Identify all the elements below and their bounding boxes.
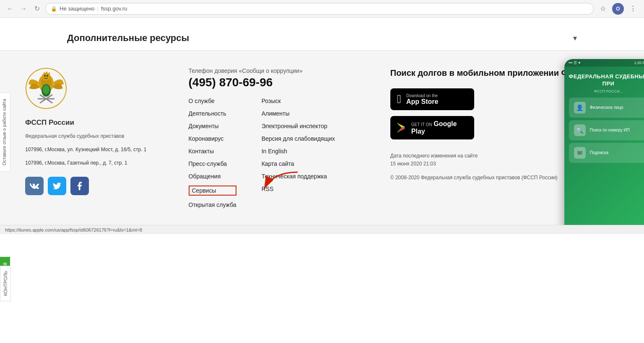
nav-link-otkrytaya[interactable]: Открытая служба [189,201,236,208]
phone-status-left: ••• ☰ ✦ [569,61,581,65]
page-content: Дополнительные ресурсы ▾ Оставьте отзыв … [0,18,644,225]
app-store-small-text: Download on the [406,93,438,98]
footer-nav-section: Телефон доверия «Сообщи о коррупции» (49… [164,67,374,208]
lock-icon: 🔒 [51,6,57,12]
profile-button[interactable]: O [612,3,624,15]
nav-link-o-sluzhbe[interactable]: О службе [189,98,236,104]
google-play-button[interactable]: GET IT ON Google Play [390,116,474,139]
phone-menu-icon-2: 🔍 [574,124,586,136]
google-play-icon [397,122,406,133]
phone-menu-item-2: 🔍 Поиск по номеру ИП [569,120,644,140]
org-logo [25,67,67,109]
date-label: Дата последнего изменения на сайте [390,153,478,159]
org-address1: 107996, г.Москва, ул. Кузнецкий Мост, д.… [25,146,147,153]
nav-link-english[interactable]: In English [262,148,335,155]
phone-app-title: ФЕДЕРАЛЬНАЯ СУДЕБНЫХ ПРИ [564,67,644,89]
svg-point-13 [47,75,48,77]
security-label: Не защищено [60,5,95,12]
nav-link-kontakty[interactable]: Контакты [189,148,236,155]
chevron-down-icon[interactable]: ▾ [573,34,577,43]
social-links [25,177,147,195]
nav-link-sitemap[interactable]: Карта сайта [262,160,335,167]
apple-icon:  [397,93,401,106]
status-url: https://itunes.apple.com/us/app/fssp/id6… [5,227,142,232]
phone-menu: 👤 Физическое лицо 🔍 Поиск по номеру ИП ✉… [569,98,644,163]
phone-menu-item-1: 👤 Физическое лицо [569,98,644,118]
nav-link-deyatelnost[interactable]: Деятельность [189,110,236,117]
google-play-small-text: GET IT ON [411,122,432,127]
url-text: fssp.gov.ru [101,5,127,12]
phone-status-right: 1:20 PM [634,61,644,65]
date-value: 15 июня 2020 21:03 [390,161,436,167]
org-desc: Федеральная служба судебных приставов [25,133,147,140]
feedback-tab[interactable]: Оставьте отзыв о работе сайта [0,92,10,171]
phone-menu-label-3: Подписка [590,150,609,155]
twitter-button[interactable] [48,177,66,195]
hotline-label: Телефон доверия «Сообщи о коррупции» [189,67,374,74]
nav-link-koronavirus[interactable]: Коронавирус [189,135,236,142]
nav-col-2: Розыск Алименты Электронный инспектор Ве… [262,98,335,208]
svg-point-4 [43,85,49,94]
separator: | [97,5,99,12]
phone-menu-icon-1: 👤 [574,102,586,113]
nav-link-press-sluzhba[interactable]: Пресс-служба [189,160,236,167]
nav-col-1: О службе Деятельность Документы Коронави… [189,98,236,208]
svg-rect-7 [46,72,47,75]
nav-links: О службе Деятельность Документы Коронави… [189,98,374,208]
phone-status-bar: ••• ☰ ✦ 1:20 PM [564,59,644,67]
nav-link-rozysk[interactable]: Розыск [262,98,335,104]
nav-link-obrascheniya[interactable]: Обращения [189,173,236,180]
svg-point-12 [44,75,46,77]
status-bar: https://itunes.apple.com/us/app/fssp/id6… [0,225,644,234]
bookmark-button[interactable]: ☆ [597,3,609,15]
facebook-button[interactable] [70,177,89,195]
svg-rect-6 [44,72,45,75]
org-address2: 107996, г.Москва, Газетный пер., д. 7, с… [25,159,147,167]
phone-menu-label-2: Поиск по номеру ИП [590,127,630,133]
nav-link-dokumenty[interactable]: Документы [189,123,236,129]
nav-link-servisy[interactable]: Сервисы [189,186,236,196]
nav-link-visually-impaired[interactable]: Версия для слабовидящих [262,135,335,142]
footer-section: Оставьте отзыв о работе сайта 010 КОНТРО… [0,51,644,225]
browser-chrome: ← → ↻ 🔒 Не защищено | fssp.gov.ru ☆ O ⋮ [0,0,644,18]
phone-image: ••• ☰ ✦ 1:20 PM ФЕДЕРАЛЬНАЯ СУДЕБНЫХ ПРИ… [564,59,644,225]
org-name: ФССП России [25,119,147,127]
section-header: Дополнительные ресурсы ▾ [0,26,644,51]
forward-button[interactable]: → [18,4,29,14]
nav-link-rss[interactable]: RSS [262,186,335,192]
phone-menu-item-3: ✉ Подписка [569,143,644,163]
phone-menu-label-1: Физическое лицо [590,105,623,110]
nav-link-support[interactable]: Техническая поддержка [262,173,335,180]
address-bar[interactable]: 🔒 Не защищено | fssp.gov.ru [45,3,594,15]
nav-link-electronic-inspector[interactable]: Электронный инспектор [262,123,335,129]
app-store-text: Download on the App Store [406,93,438,106]
phone-menu-icon-3: ✉ [574,147,586,159]
google-play-text: GET IT ON Google Play [411,120,467,135]
phone-app-sub: ФССП РОССИ... [594,89,623,93]
app-store-big-text: App Store [406,98,438,106]
hotline-number: (495) 870-69-96 [189,76,374,89]
back-button[interactable]: ← [5,4,15,14]
phone-mockup: ••• ☰ ✦ 1:20 PM ФЕДЕРАЛЬНАЯ СУДЕБНЫХ ПРИ… [552,51,644,225]
section-title: Дополнительные ресурсы [67,33,189,44]
browser-menu-button[interactable]: ⋮ [627,3,639,15]
footer-org-section: ФССП России Федеральная служба судебных … [25,67,147,208]
refresh-button[interactable]: ↻ [32,4,42,14]
app-store-button[interactable]:  Download on the App Store [390,88,474,110]
nav-link-alimenty[interactable]: Алименты [262,110,335,117]
svg-rect-8 [49,72,50,75]
vk-button[interactable] [25,177,44,195]
